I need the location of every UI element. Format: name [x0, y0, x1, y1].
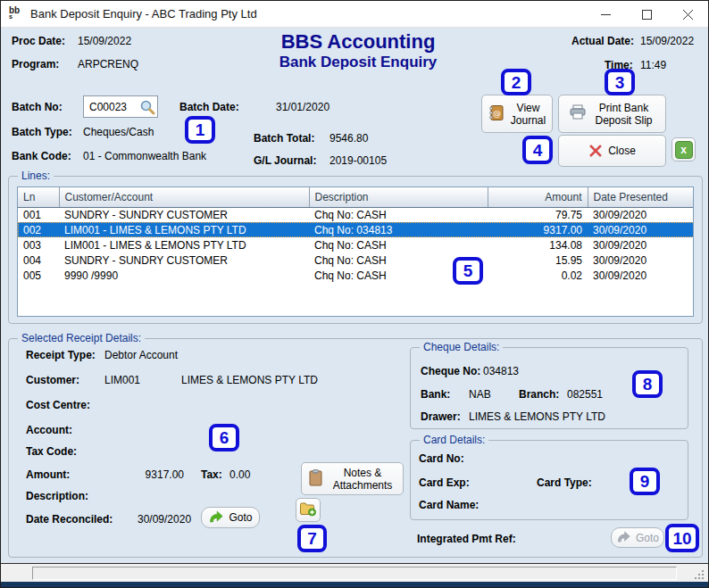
callout-badge-7: 7: [297, 525, 327, 552]
table-row[interactable]: 002 LIM001 - LIMES & LEMONS PTY LTD Chq …: [18, 222, 694, 237]
col-header-date-presented[interactable]: Date Presented: [588, 187, 694, 207]
maximize-button[interactable]: [626, 1, 667, 28]
cell-amount: 134.08: [488, 237, 588, 253]
cell-ln: 001: [18, 207, 59, 222]
resize-grip[interactable]: [693, 568, 704, 579]
journal-icon: @: [488, 104, 505, 124]
view-journal-label: View Journal: [510, 102, 547, 127]
proc-date-label: Proc Date:: [12, 35, 65, 48]
callout-badge-3: 3: [605, 69, 635, 95]
drawer-label: Drawer:: [421, 410, 461, 424]
batch-date-value: 31/01/2020: [276, 101, 329, 114]
app-title: BBS Accounting: [215, 30, 501, 54]
window-title: Bank Deposit Enquiry - ABC Trading Pty L…: [30, 7, 257, 21]
cell-date-presented: 30/09/2020: [588, 237, 694, 253]
account-label: Account:: [26, 424, 72, 437]
receipt-type-value: Debtor Account: [104, 349, 178, 362]
date-reconciled-label: Date Reconciled:: [26, 513, 113, 526]
cell-date-presented: 30/09/2020: [588, 222, 694, 237]
receipt-type-label: Receipt Type:: [26, 349, 96, 362]
cell-amount: 15.95: [488, 253, 588, 268]
minimize-icon: [601, 10, 611, 20]
callout-badge-5: 5: [453, 257, 483, 285]
col-header-description[interactable]: Description: [309, 187, 488, 207]
taskbar-edge: [1, 582, 708, 588]
integrated-pmt-ref-label: Integrated Pmt Ref:: [417, 533, 516, 546]
cell-amount: 79.75: [488, 207, 588, 222]
table-row[interactable]: 001 SUNDRY - SUNDRY CUSTOMER Chq No: CAS…: [18, 207, 694, 222]
date-reconciled-value: 30/09/2020: [138, 513, 191, 526]
cell-customer: LIM001 - LIMES & LEMONS PTY LTD: [59, 237, 309, 253]
table-row[interactable]: 005 9990 /9990 Chq No: CASH 0.02 30/09/2…: [18, 268, 694, 283]
proc-date-value: 15/09/2022: [78, 35, 131, 48]
actual-date-label: Actual Date:: [571, 35, 634, 48]
status-message-panel: [32, 567, 677, 580]
col-header-customer[interactable]: Customer/Account: [59, 187, 309, 207]
cost-centre-label: Cost Centre:: [26, 399, 90, 412]
date-reconciled-goto-button[interactable]: Goto: [201, 507, 260, 528]
print-deposit-slip-button[interactable]: Print Bank Deposit Slip: [558, 95, 666, 133]
cell-description: Chq No: CASH: [309, 237, 488, 253]
maximize-icon: [642, 10, 652, 20]
table-row[interactable]: 003 LIM001 - LIMES & LEMONS PTY LTD Chq …: [18, 237, 694, 253]
folder-add-icon: [299, 501, 317, 519]
batch-type-label: Batch Type:: [12, 126, 72, 139]
tax-code-label: Tax Code:: [26, 445, 77, 459]
bank-label: Bank:: [421, 388, 450, 402]
actual-date-value: 15/09/2022: [640, 35, 694, 48]
amount-label: Amount:: [26, 468, 70, 482]
tax-label: Tax:: [201, 468, 222, 482]
status-bar: [1, 563, 708, 582]
program-label: Program:: [12, 58, 59, 71]
callout-badge-8: 8: [632, 370, 663, 398]
lines-table: Ln Customer/Account Description Amount D…: [17, 186, 694, 317]
close-button[interactable]: Close: [558, 135, 666, 167]
bank-deposit-enquiry-window: bb s Bank Deposit Enquiry - ABC Trading …: [0, 0, 709, 588]
integrated-pmt-goto-label: Goto: [636, 532, 659, 544]
description-label: Description:: [26, 490, 88, 503]
cheque-no-value: 034813: [483, 365, 519, 378]
callout-badge-10: 10: [665, 524, 699, 552]
close-icon: [683, 10, 693, 20]
window-controls: [585, 1, 708, 28]
close-label: Close: [608, 145, 636, 157]
minimize-button[interactable]: [585, 1, 626, 28]
notes-icon: [308, 469, 323, 489]
cell-description: Chq No: 034813: [309, 222, 488, 237]
card-name-label: Card Name:: [419, 499, 479, 512]
callout-badge-4: 4: [522, 136, 553, 164]
batch-type-value: Cheques/Cash: [83, 126, 154, 139]
goto-arrow-icon: [208, 510, 223, 526]
batch-no-field[interactable]: C00023: [83, 95, 158, 118]
print-deposit-slip-label: Print Bank Deposit Slip: [592, 102, 656, 127]
amount-value: 9317.00: [117, 468, 184, 482]
view-journal-button[interactable]: @ View Journal: [481, 95, 553, 133]
notes-attachments-button[interactable]: Notes & Attachments: [301, 462, 404, 495]
close-window-button[interactable]: [667, 1, 708, 28]
export-excel-button[interactable]: x: [671, 137, 696, 161]
cell-date-presented: 30/09/2020: [588, 268, 694, 283]
col-header-ln[interactable]: Ln: [18, 187, 59, 207]
cell-amount: 9317.00: [488, 222, 588, 237]
lines-group-label: Lines:: [18, 170, 54, 182]
callout-badge-2: 2: [501, 69, 531, 95]
cell-customer: SUNDRY - SUNDRY CUSTOMER: [59, 207, 309, 222]
printer-icon: [569, 104, 587, 123]
cell-customer: 9990 /9990: [59, 268, 309, 283]
batch-total-label: Batch Total:: [254, 132, 314, 145]
cell-description: Chq No: CASH: [309, 207, 488, 222]
batch-no-value[interactable]: C00023: [84, 101, 138, 113]
batch-total-value: 9546.80: [329, 132, 368, 145]
integrated-pmt-goto-button[interactable]: Goto: [611, 527, 664, 548]
title-bar: bb s Bank Deposit Enquiry - ABC Trading …: [1, 1, 708, 28]
cell-customer: LIM001 - LIMES & LEMONS PTY LTD: [59, 222, 309, 237]
add-attachment-folder-button[interactable]: [296, 498, 321, 522]
goto-disabled-arrow-icon: [616, 531, 630, 545]
cell-customer: SUNDRY - SUNDRY CUSTOMER: [59, 253, 309, 268]
table-row[interactable]: 004 SUNDRY - SUNDRY CUSTOMER Chq No: CAS…: [18, 253, 694, 268]
cell-ln: 005: [18, 268, 59, 283]
gl-journal-value: 2019-00105: [329, 154, 387, 168]
date-reconciled-goto-label: Goto: [229, 511, 252, 524]
search-icon[interactable]: [138, 98, 156, 116]
col-header-amount[interactable]: Amount: [488, 187, 588, 207]
